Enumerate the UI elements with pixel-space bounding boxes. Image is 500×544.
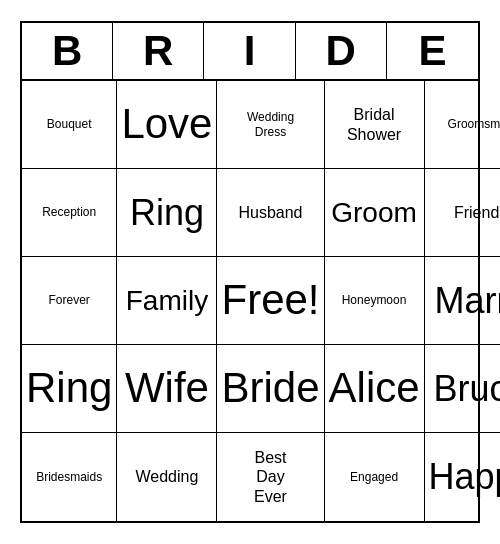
cell-label: Wife — [125, 363, 209, 413]
bingo-header: BRIDE — [22, 23, 478, 81]
cell-label: Groom — [331, 196, 417, 230]
cell-label: Ring — [26, 363, 112, 413]
cell-label: BridalShower — [347, 105, 401, 143]
cell-label: Happy — [429, 455, 500, 498]
cell-label: Friends — [454, 203, 500, 222]
bingo-cell: Husband — [217, 169, 324, 257]
cell-label: Bouquet — [47, 117, 92, 131]
bingo-cell: Love — [117, 81, 217, 169]
bingo-cell: Honeymoon — [325, 257, 425, 345]
cell-label: Free! — [221, 275, 319, 325]
bingo-cell: Bruce — [425, 345, 500, 433]
bingo-cell: Marry — [425, 257, 500, 345]
cell-label: Honeymoon — [342, 293, 407, 307]
bingo-grid: BouquetLoveWeddingDressBridalShowerGroom… — [22, 81, 478, 521]
bingo-cell: BestDayEver — [217, 433, 324, 521]
cell-label: Bridesmaids — [36, 470, 102, 484]
header-letter: E — [387, 23, 478, 79]
bingo-cell: Friends — [425, 169, 500, 257]
cell-label: Forever — [49, 293, 90, 307]
bingo-cell: Family — [117, 257, 217, 345]
bingo-cell: Bride — [217, 345, 324, 433]
cell-label: Bride — [221, 363, 319, 413]
cell-label: BestDayEver — [254, 448, 287, 506]
cell-label: Husband — [238, 203, 302, 222]
cell-label: Family — [126, 284, 208, 318]
bingo-card: BRIDE BouquetLoveWeddingDressBridalShowe… — [20, 21, 480, 523]
header-letter: I — [204, 23, 295, 79]
bingo-cell: BridalShower — [325, 81, 425, 169]
cell-label: Marry — [435, 279, 500, 322]
bingo-cell: Groom — [325, 169, 425, 257]
cell-label: Ring — [130, 191, 204, 234]
cell-label: Alice — [329, 363, 420, 413]
cell-label: WeddingDress — [247, 110, 294, 139]
bingo-cell: Forever — [22, 257, 117, 345]
bingo-cell: Groomsmen — [425, 81, 500, 169]
cell-label: Reception — [42, 205, 96, 219]
header-letter: D — [296, 23, 387, 79]
cell-label: Engaged — [350, 470, 398, 484]
bingo-cell: Bridesmaids — [22, 433, 117, 521]
bingo-cell: WeddingDress — [217, 81, 324, 169]
cell-label: Groomsmen — [448, 117, 500, 131]
bingo-cell: Ring — [117, 169, 217, 257]
header-letter: B — [22, 23, 113, 79]
bingo-cell: Wedding — [117, 433, 217, 521]
bingo-cell: Ring — [22, 345, 117, 433]
bingo-cell: Free! — [217, 257, 324, 345]
bingo-cell: Bouquet — [22, 81, 117, 169]
bingo-cell: Wife — [117, 345, 217, 433]
cell-label: Wedding — [136, 467, 199, 486]
bingo-cell: Alice — [325, 345, 425, 433]
bingo-cell: Happy — [425, 433, 500, 521]
cell-label: Bruce — [434, 367, 500, 410]
bingo-cell: Reception — [22, 169, 117, 257]
header-letter: R — [113, 23, 204, 79]
cell-label: Love — [121, 99, 212, 149]
bingo-cell: Engaged — [325, 433, 425, 521]
